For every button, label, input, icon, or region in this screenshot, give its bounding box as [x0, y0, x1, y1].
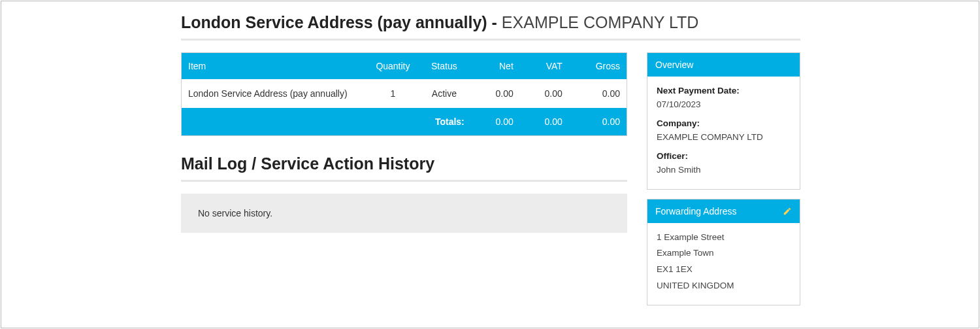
title-divider	[181, 39, 800, 41]
cell-status: Active	[417, 79, 471, 108]
page-title: London Service Address (pay annually) - …	[181, 13, 800, 32]
forwarding-panel: Forwarding Address 1 Example Street Exam…	[647, 199, 800, 306]
col-gross: Gross	[569, 53, 627, 80]
col-item: Item	[182, 53, 368, 80]
totals-row: Totals: 0.00 0.00 0.00	[182, 108, 627, 136]
totals-net: 0.00	[471, 108, 520, 136]
title-company: EXAMPLE COMPANY LTD	[502, 13, 698, 31]
col-quantity: Quantity	[368, 53, 417, 80]
items-table: Item Quantity Status Net VAT Gross Londo…	[181, 52, 627, 136]
totals-label: Totals:	[182, 108, 471, 136]
overview-panel: Overview Next Payment Date: 07/10/2023 C…	[647, 52, 800, 190]
col-vat: VAT	[520, 53, 569, 80]
history-divider	[181, 180, 627, 182]
officer-label: Officer:	[657, 150, 791, 164]
forwarding-line2: Example Town	[657, 247, 791, 260]
totals-vat: 0.00	[520, 108, 569, 136]
title-product: London Service Address (pay annually)	[181, 13, 487, 31]
cell-item: London Service Address (pay annually)	[182, 79, 368, 108]
forwarding-line3: EX1 1EX	[657, 263, 791, 277]
table-row: London Service Address (pay annually) 1 …	[182, 79, 627, 108]
pencil-icon	[783, 207, 792, 216]
col-net: Net	[471, 53, 520, 80]
edit-forwarding-button[interactable]	[783, 207, 792, 216]
cell-net: 0.00	[471, 79, 520, 108]
forwarding-header: Forwarding Address	[647, 199, 800, 223]
title-separator: -	[487, 13, 502, 31]
col-status: Status	[417, 53, 471, 80]
forwarding-line1: 1 Example Street	[657, 231, 791, 245]
forwarding-heading-text: Forwarding Address	[655, 206, 737, 216]
cell-gross: 0.00	[569, 79, 627, 108]
cell-vat: 0.00	[520, 79, 569, 108]
officer-value: John Smith	[657, 164, 791, 177]
totals-gross: 0.00	[569, 108, 627, 136]
company-value: EXAMPLE COMPANY LTD	[657, 131, 791, 145]
next-payment-value: 07/10/2023	[657, 98, 791, 112]
cell-quantity: 1	[368, 79, 417, 108]
next-payment-label: Next Payment Date:	[657, 84, 791, 98]
company-label: Company:	[657, 117, 791, 131]
overview-heading-text: Overview	[655, 60, 693, 70]
history-empty-message: No service history.	[181, 194, 627, 233]
history-heading: Mail Log / Service Action History	[181, 154, 627, 173]
overview-header: Overview	[647, 53, 800, 77]
forwarding-line4: UNITED KINGDOM	[657, 279, 791, 293]
